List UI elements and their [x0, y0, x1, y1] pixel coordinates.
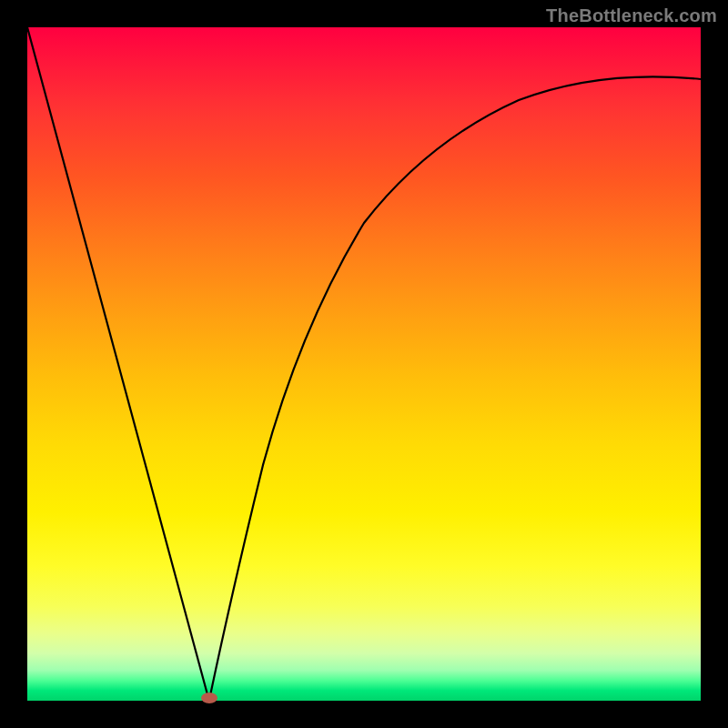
chart-frame: TheBottleneck.com [0, 0, 728, 728]
curve-left-branch [27, 27, 209, 701]
minimum-marker [201, 693, 217, 703]
watermark-text: TheBottleneck.com [546, 5, 717, 26]
plot-area [27, 27, 701, 701]
curve-right-branch [209, 76, 701, 701]
bottleneck-curve [27, 27, 701, 701]
